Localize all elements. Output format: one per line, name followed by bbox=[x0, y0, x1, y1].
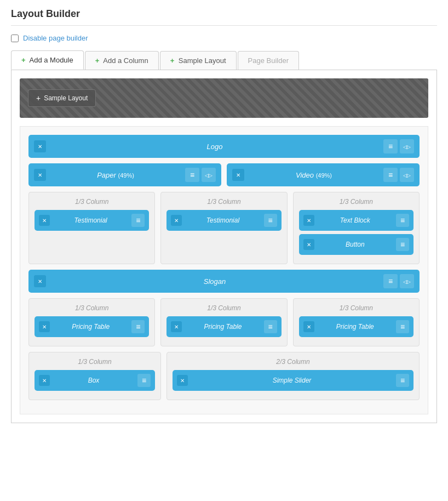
textblock-name: Text Block bbox=[314, 217, 396, 224]
pricing2-list-icon bbox=[268, 322, 273, 331]
testimonial-section: 1/3 Column Testimonial 1/3 Column bbox=[28, 192, 420, 264]
pricing-col3-label: 1/3 Column bbox=[299, 304, 413, 312]
button-list-btn[interactable] bbox=[396, 238, 409, 251]
video-right-icons bbox=[383, 168, 414, 182]
testimonial1-list-icon bbox=[136, 216, 140, 225]
pricing-col3: 1/3 Column Pricing Table bbox=[293, 298, 420, 346]
pricing1-module-bar: Pricing Table bbox=[35, 316, 149, 337]
pricing2-list-btn[interactable] bbox=[264, 320, 277, 333]
pricing3-close-button[interactable] bbox=[303, 321, 314, 332]
box-close-icon bbox=[42, 377, 47, 384]
testimonial1-module-bar: Testimonial bbox=[35, 210, 149, 231]
box-col-label: 1/3 Column bbox=[35, 358, 155, 366]
testimonial2-list-btn[interactable] bbox=[264, 214, 277, 227]
testimonial-col2-label: 1/3 Column bbox=[166, 198, 281, 206]
textblock-module-bar: Text Block bbox=[299, 210, 413, 231]
pricing2-close-button[interactable] bbox=[171, 321, 182, 332]
tabs-container: + Add a Module + Add a Column + Sample L… bbox=[11, 50, 437, 70]
video-col: Video (49%) bbox=[227, 163, 420, 186]
paper-list-icon-btn[interactable] bbox=[185, 168, 199, 182]
paper-list-icon bbox=[190, 170, 194, 179]
pricing3-list-btn[interactable] bbox=[396, 320, 409, 333]
pricing1-list-btn[interactable] bbox=[131, 320, 145, 333]
pricing2-name: Pricing Table bbox=[182, 323, 263, 331]
testimonial1-name: Testimonial bbox=[50, 217, 131, 224]
slider-close-button[interactable] bbox=[177, 375, 188, 386]
slogan-close-button[interactable] bbox=[34, 275, 46, 287]
paper-code-icon-btn[interactable] bbox=[202, 168, 216, 182]
pricing3-list-icon bbox=[400, 322, 405, 331]
slogan-list-icon-btn[interactable] bbox=[383, 274, 398, 288]
box-list-icon bbox=[142, 376, 146, 385]
sample-layout-button[interactable]: + Sample Layout bbox=[28, 89, 96, 107]
pricing3-close-icon bbox=[307, 323, 311, 330]
plus-icon-module: + bbox=[21, 56, 26, 64]
slider-col-label: 2/3 Column bbox=[173, 358, 413, 366]
logo-code-icon bbox=[403, 143, 411, 150]
video-close-button[interactable] bbox=[232, 169, 244, 181]
testimonial1-close-button[interactable] bbox=[39, 215, 50, 226]
textblock-col-label: 1/3 Column bbox=[299, 198, 413, 206]
pricing1-list-icon bbox=[136, 322, 140, 331]
logo-right-icons bbox=[383, 139, 414, 153]
pricing2-close-icon bbox=[174, 323, 179, 330]
video-code-icon bbox=[403, 172, 411, 178]
logo-code-icon-btn[interactable] bbox=[400, 139, 414, 153]
button-close-icon bbox=[307, 241, 311, 248]
textblock-list-icon bbox=[400, 216, 405, 225]
page-title: Layout Builder bbox=[11, 8, 437, 26]
tab-add-module[interactable]: + Add a Module bbox=[11, 50, 84, 70]
testimonial2-list-icon bbox=[268, 216, 273, 225]
testimonial1-close-icon bbox=[42, 217, 47, 224]
page-wrapper: Layout Builder Disable page builder + Ad… bbox=[0, 0, 448, 501]
pricing1-name: Pricing Table bbox=[50, 323, 131, 331]
tab-sample-layout[interactable]: + Sample Layout bbox=[160, 51, 237, 70]
disable-checkbox[interactable] bbox=[11, 35, 19, 42]
logo-list-icon-btn[interactable] bbox=[383, 139, 398, 153]
logo-module-bar: Logo bbox=[28, 135, 420, 158]
textblock-close-button[interactable] bbox=[303, 215, 314, 226]
disable-label[interactable]: Disable page builder bbox=[23, 34, 88, 42]
testimonial-col1-label: 1/3 Column bbox=[35, 198, 149, 206]
slogan-module-bar: Slogan bbox=[28, 270, 420, 293]
pricing1-close-button[interactable] bbox=[39, 321, 50, 332]
box-list-btn[interactable] bbox=[137, 374, 151, 387]
slogan-right-icons bbox=[383, 274, 414, 288]
testimonial2-close-icon bbox=[174, 217, 179, 224]
paper-code-icon bbox=[205, 172, 212, 178]
slogan-code-icon-btn[interactable] bbox=[400, 274, 414, 288]
tab-add-column[interactable]: + Add a Column bbox=[85, 51, 159, 70]
testimonial2-name: Testimonial bbox=[182, 217, 263, 224]
slider-list-icon bbox=[400, 376, 405, 385]
logo-close-button[interactable] bbox=[34, 140, 46, 152]
pricing-section: 1/3 Column Pricing Table 1/3 Column bbox=[28, 298, 420, 346]
testimonial2-module-bar: Testimonial bbox=[166, 210, 281, 231]
testimonial1-list-btn[interactable] bbox=[131, 214, 145, 227]
pricing-col2: 1/3 Column Pricing Table bbox=[160, 298, 287, 346]
plus-icon-column: + bbox=[95, 56, 100, 65]
slider-col: 2/3 Column Simple Slider bbox=[166, 352, 420, 400]
video-code-icon-btn[interactable] bbox=[400, 168, 414, 182]
builder-container: + Sample Layout Logo bbox=[11, 70, 437, 423]
video-close-icon bbox=[236, 171, 240, 179]
button-close-button[interactable] bbox=[303, 239, 314, 250]
slider-name: Simple Slider bbox=[188, 377, 396, 384]
button-list-icon bbox=[400, 240, 405, 249]
paper-close-button[interactable] bbox=[34, 169, 46, 181]
pricing3-name: Pricing Table bbox=[314, 323, 396, 331]
textblock-list-btn[interactable] bbox=[396, 214, 409, 227]
tab-page-builder[interactable]: Page Builder bbox=[238, 51, 299, 70]
content-area: Logo bbox=[20, 126, 428, 414]
paper-module-bar: Paper (49%) bbox=[28, 163, 221, 186]
slider-list-btn[interactable] bbox=[396, 374, 409, 387]
plus-icon-sample: + bbox=[170, 56, 175, 65]
box-close-button[interactable] bbox=[39, 375, 50, 386]
video-list-icon-btn[interactable] bbox=[383, 168, 398, 182]
paper-right-icons bbox=[185, 168, 216, 182]
testimonial2-close-button[interactable] bbox=[171, 215, 182, 226]
slogan-close-icon bbox=[38, 277, 42, 285]
video-list-icon bbox=[388, 170, 393, 179]
slider-close-icon bbox=[180, 377, 185, 384]
button-module-bar: Button bbox=[299, 234, 413, 255]
testimonial-col2: 1/3 Column Testimonial bbox=[160, 192, 287, 264]
